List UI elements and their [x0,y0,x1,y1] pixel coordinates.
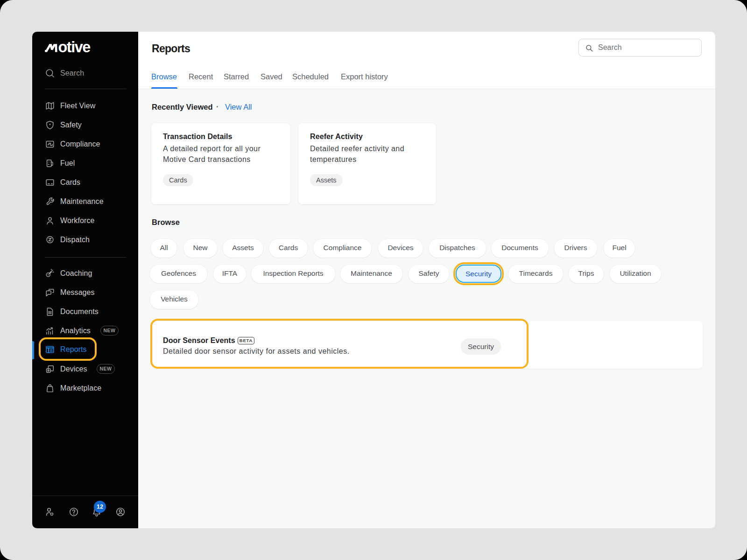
svg-text:otive: otive [58,40,91,56]
